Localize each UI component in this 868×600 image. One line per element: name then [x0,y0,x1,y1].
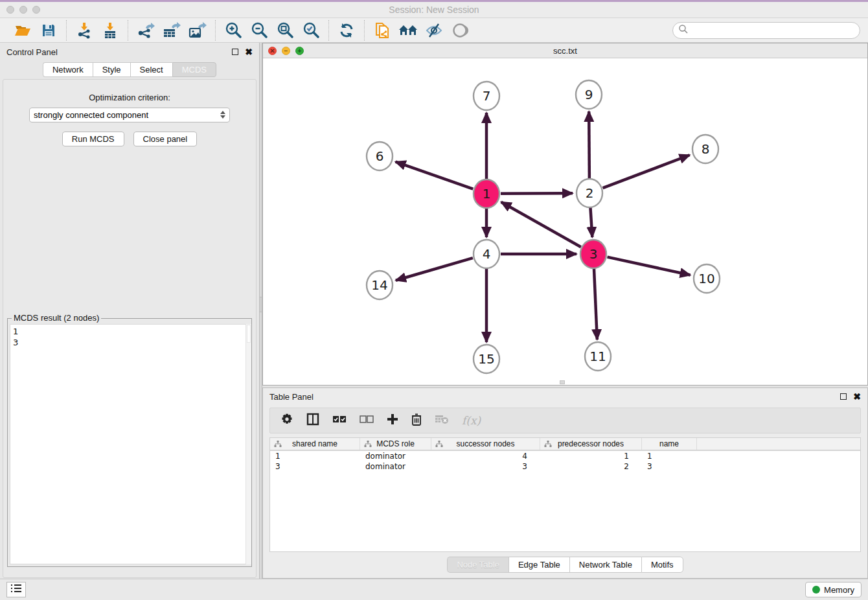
edge-1-2[interactable] [501,193,573,194]
zoom-in-button[interactable] [222,21,244,40]
column-header-name[interactable]: name [642,438,697,450]
zoom-selected-button[interactable] [300,21,322,40]
tab-node-table[interactable]: Node Table [447,557,508,573]
result-scrollbar[interactable] [246,324,251,564]
tab-style[interactable]: Style [93,62,130,77]
import-table-button[interactable] [99,21,121,40]
table-row[interactable]: 1dominator411 [270,451,860,461]
node-table[interactable]: shared nameMCDS rolesuccessor nodesprede… [269,437,861,552]
hide-graphics-details-button[interactable] [423,21,445,40]
node-7[interactable]: 7 [474,82,499,110]
add-column-button[interactable] [387,413,398,428]
svg-text:1: 1 [483,186,491,202]
tab-network-table[interactable]: Network Table [569,557,641,573]
edge-1-6[interactable] [396,162,474,189]
network-window-titlebar[interactable]: ✕ − + scc.txt [263,43,867,58]
mcds-result-list[interactable]: 13 [10,324,249,564]
svg-text:4: 4 [483,246,491,262]
zoom-out-button[interactable] [248,21,270,40]
tab-select[interactable]: Select [130,62,172,77]
column-header-MCDS-role[interactable]: MCDS role [360,438,431,450]
column-header-shared-name[interactable]: shared name [270,438,360,450]
column-view-button[interactable] [306,413,319,428]
edge-2-8[interactable] [603,155,690,188]
node-14[interactable]: 14 [367,271,393,299]
window-titlebar: Session: New Session [0,2,868,18]
tab-motifs[interactable]: Motifs [641,557,683,573]
result-line: 3 [13,337,246,348]
zoom-in-icon [225,22,242,39]
edge-3-11[interactable] [594,268,597,340]
window-title: Session: New Session [0,5,868,15]
home-button[interactable] [397,21,419,40]
node-4[interactable]: 4 [474,240,499,268]
network-minimize-button[interactable]: − [282,47,290,55]
edge-4-14[interactable] [396,258,473,281]
delete-column-button[interactable] [411,413,422,428]
float-table-panel-icon[interactable] [840,393,847,400]
tab-network[interactable]: Network [43,62,93,77]
result-line: 1 [13,326,246,337]
edge-2-9[interactable] [589,111,589,179]
clone-network-button[interactable] [371,21,393,40]
open-session-button[interactable] [12,21,34,40]
node-10[interactable]: 10 [694,264,720,293]
tab-edge-table[interactable]: Edge Table [508,557,569,573]
eye-slash-icon [425,23,443,38]
node-11[interactable]: 11 [585,342,611,371]
network-canvas[interactable]: 7968124314101511 [263,58,867,385]
close-panel-button[interactable]: Close panel [133,132,198,146]
export-image-button[interactable] [187,21,209,40]
edge-2-3[interactable] [590,207,592,237]
import-network-button[interactable] [73,21,95,40]
column-header-successor-nodes[interactable]: successor nodes [431,438,540,450]
table-cell: 3 [270,461,360,472]
clone-network-icon [374,21,391,40]
svg-text:9: 9 [585,87,593,102]
svg-text:11: 11 [589,349,606,364]
table-cell: 4 [431,451,540,461]
delete-table-button[interactable] [435,414,449,427]
column-header-predecessor-nodes[interactable]: predecessor nodes [540,438,642,450]
close-panel-icon[interactable]: ✖ [245,49,253,55]
edge-3-1[interactable] [501,202,581,247]
network-maximize-button[interactable]: + [295,47,304,55]
control-panel-title: Control Panel [6,47,232,57]
select-all-button[interactable] [332,415,347,426]
tab-mcds[interactable]: MCDS [172,62,216,77]
node-2[interactable]: 2 [577,179,602,207]
function-builder-button[interactable]: f(x) [462,414,481,427]
node-3[interactable]: 3 [580,240,606,268]
network-resize-handle[interactable] [560,380,565,384]
network-close-button[interactable]: ✕ [268,47,277,55]
export-network-icon [137,22,155,39]
zoom-fit-button[interactable] [274,21,296,40]
node-8[interactable]: 8 [692,135,718,163]
deselect-all-button[interactable] [360,415,374,426]
export-table-button[interactable] [161,21,183,40]
close-table-panel-icon[interactable]: ✖ [853,393,861,400]
svg-text:8: 8 [702,141,710,157]
node-1[interactable]: 1 [474,179,499,208]
save-session-button[interactable] [38,21,60,40]
task-history-button[interactable] [6,582,26,597]
float-panel-icon[interactable] [232,49,238,55]
table-row[interactable]: 3dominator323 [270,461,860,472]
network-view-window: ✕ − + scc.txt 7968124314101511 [262,43,868,386]
table-header-row[interactable]: shared nameMCDS rolesuccessor nodesprede… [270,438,860,451]
node-6[interactable]: 6 [367,142,393,170]
node-15[interactable]: 15 [474,345,499,373]
export-network-button[interactable] [135,21,157,40]
search-input[interactable] [689,26,860,36]
criterion-dropdown[interactable]: strongly connected component [29,108,230,122]
search-box[interactable] [672,22,860,39]
edge-3-10[interactable] [607,257,690,275]
refresh-button[interactable] [336,21,358,40]
svg-text:3: 3 [589,246,598,262]
table-settings-button[interactable] [280,413,293,428]
memory-button[interactable]: Memory [805,582,862,597]
node-9[interactable]: 9 [576,80,602,109]
run-mcds-button[interactable]: Run MCDS [62,132,124,146]
show-graphics-details-button[interactable] [449,21,471,40]
eye-icon [451,23,469,38]
